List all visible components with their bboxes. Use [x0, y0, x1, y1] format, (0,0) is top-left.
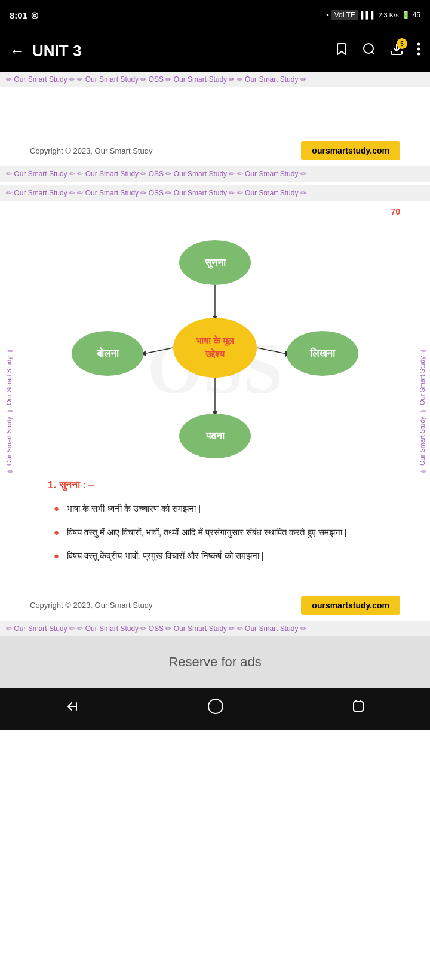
status-icon: ◎: [31, 10, 38, 20]
page-content: ✏ Our Smart Study ✏ ✏ Our Smart Study ✏ …: [0, 72, 430, 688]
svg-point-3: [417, 43, 420, 46]
copyright-1: Copyright © 2023, Our Smart Study: [30, 146, 152, 155]
search-button[interactable]: [362, 42, 376, 60]
svg-point-5: [417, 53, 420, 56]
nav-home-button[interactable]: [207, 698, 224, 719]
nav-recent-button[interactable]: [350, 698, 367, 719]
website-badge-2: oursmartstudy.com: [301, 596, 400, 615]
status-bar: 8:01 ◎ • VoLTE ▌▌▌ 2.3 K/s 🔋 45: [0, 0, 430, 30]
battery-icon: 🔋: [401, 11, 410, 19]
left-watermark: ✏ Our Smart Study ✏ Our Smart Study ✏: [0, 201, 17, 621]
watermark-separator-1: ✏ Our Smart Study ✏ ✏ Our Smart Study ✏ …: [0, 166, 430, 182]
list-item: विषय वस्तु में आए विचारों, भावों, तथ्यों…: [54, 525, 382, 540]
mindmap-center-node: भाषा के मूल उद्देश्य: [173, 318, 257, 378]
svg-point-4: [417, 48, 420, 51]
status-right: • VoLTE ▌▌▌ 2.3 K/s 🔋 45: [326, 10, 420, 20]
footer-2: Copyright © 2023, Our Smart Study oursma…: [30, 596, 400, 615]
watermark-top-1: ✏ Our Smart Study ✏ ✏ Our Smart Study ✏ …: [0, 72, 430, 87]
list-item: भाषा के सभी ध्वनी के उच्चारण को समझना |: [54, 501, 382, 516]
page-title: UNIT 3: [32, 42, 334, 60]
mindmap-bottom-node: पढना: [179, 414, 251, 458]
app-bar: ← UNIT 3 5: [0, 30, 430, 72]
download-button[interactable]: 5: [389, 42, 404, 60]
doc-top-section: Copyright © 2023, Our Smart Study oursma…: [0, 87, 430, 166]
mindmap-top-node: सुनना: [179, 240, 251, 285]
doc-page-2: ✏ Our Smart Study ✏ Our Smart Study ✏ ✏ …: [0, 201, 430, 621]
mindmap-left-node: बोलना: [72, 331, 143, 376]
mindmap: भाषा के मूल उद्देश्य सुनना बोलना लिखना प…: [36, 222, 394, 479]
svg-point-0: [364, 44, 373, 53]
mindmap-right-node: लिखना: [287, 331, 358, 376]
svg-point-11: [208, 699, 223, 713]
bullet-list: भाषा के सभी ध्वनी के उच्चारण को समझना | …: [48, 501, 382, 564]
svg-line-1: [372, 52, 374, 54]
svg-line-7: [143, 348, 173, 354]
ads-bar: Reserve for ads: [0, 636, 430, 688]
app-bar-actions: 5: [334, 42, 420, 60]
page-number: 70: [30, 207, 400, 216]
list-item: विषय वस्तु केंद्रीय भावों, प्रमुख विचारो…: [54, 548, 382, 564]
nav-back-button[interactable]: [63, 697, 81, 719]
back-button[interactable]: ←: [10, 42, 25, 60]
status-time: 8:01 ◎: [10, 10, 38, 20]
bookmark-button[interactable]: [334, 42, 349, 60]
watermark-bottom: ✏ Our Smart Study ✏ ✏ Our Smart Study ✏ …: [0, 621, 430, 636]
copyright-2: Copyright © 2023, Our Smart Study: [30, 601, 152, 610]
section-1: 1. सुनना :→ भाषा के सभी ध्वनी के उच्चारण…: [30, 479, 400, 584]
signal-icon: ▌▌▌: [361, 11, 376, 19]
website-badge-1: oursmartstudy.com: [301, 141, 400, 160]
right-watermark: ✏ Our Smart Study ✏ Our Smart Study ✏: [413, 201, 430, 621]
bottom-nav: [0, 688, 430, 730]
section-heading: 1. सुनना :→: [48, 479, 382, 491]
svg-line-8: [257, 348, 287, 354]
watermark-separator-2: ✏ Our Smart Study ✏ ✏ Our Smart Study ✏ …: [0, 185, 430, 201]
download-badge: 5: [397, 38, 407, 49]
svg-rect-12: [354, 702, 363, 711]
more-button[interactable]: [417, 42, 420, 60]
